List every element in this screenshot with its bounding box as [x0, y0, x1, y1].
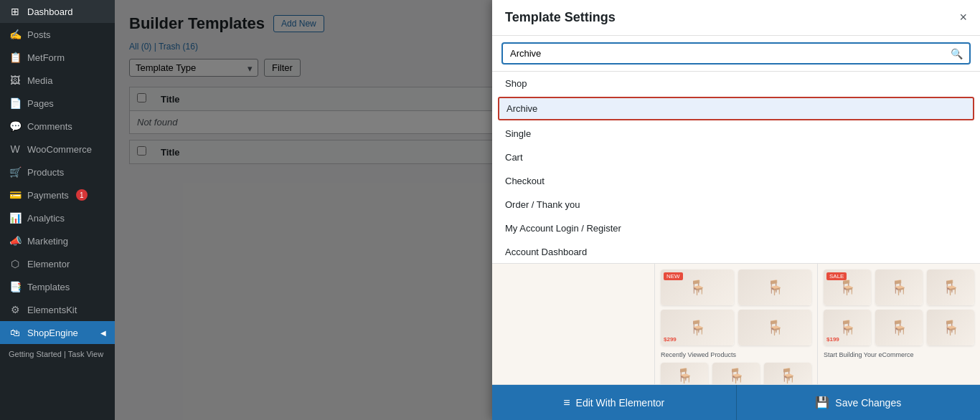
sidebar-item-label-posts: Posts — [27, 29, 51, 40]
chair-icon-2: 🪑 — [766, 279, 784, 296]
woocommerce-icon: W — [9, 143, 22, 155]
sidebar-item-label-pages: Pages — [27, 98, 54, 109]
edit-with-elementor-button[interactable]: ≡ Edit With Elementor — [492, 385, 737, 420]
sidebar-item-label-shopengine: ShopEngine — [27, 328, 78, 338]
dropdown-list: ShopArchiveSingleCartCheckoutOrder / Tha… — [492, 72, 980, 263]
posts-icon: ✍ — [9, 29, 22, 40]
thumb-card-img-12: 🪑 — [875, 310, 923, 345]
sidebar-item-label-metform: MetForm — [27, 52, 65, 63]
edit-icon: ≡ — [563, 396, 570, 409]
dropdown-item-account-dashboard[interactable]: Account Dashboard — [492, 240, 980, 263]
sidebar-item-pages[interactable]: 📄Pages — [0, 92, 115, 115]
chair-icon-12: 🪑 — [890, 319, 908, 336]
thumb-badge-1: NEW — [664, 272, 683, 280]
sidebar: ⊞Dashboard✍Posts📋MetForm🖼Media📄Pages💬Com… — [0, 0, 115, 420]
thumb-row-3a: 🪑 SALE 🪑 🪑 — [824, 269, 974, 305]
sidebar-item-elementor[interactable]: ⬡Elementor — [0, 252, 115, 275]
sidebar-getting-started[interactable]: Getting Started | Task View — [0, 344, 115, 364]
sidebar-item-woocommerce[interactable]: WWooCommerce — [0, 138, 115, 161]
sidebar-item-marketing[interactable]: 📣Marketing — [0, 229, 115, 252]
template-settings-modal: Template Settings × 🔍 ShopArchiveSingleC… — [492, 0, 980, 420]
sidebar-item-label-media: Media — [27, 75, 52, 86]
save-changes-button[interactable]: 💾 Save Changes — [737, 385, 981, 420]
dashboard-icon: ⊞ — [9, 6, 22, 17]
dropdown-item-archive[interactable]: Archive — [498, 97, 974, 120]
thumb-card-7: 🪑 — [764, 363, 811, 384]
chair-icon-7: 🪑 — [779, 367, 797, 384]
sidebar-item-templates[interactable]: 📑Templates — [0, 275, 115, 298]
sidebar-item-media[interactable]: 🖼Media — [0, 69, 115, 92]
sidebar-item-analytics[interactable]: 📊Analytics — [0, 206, 115, 229]
elementor-icon: ⬡ — [9, 258, 22, 269]
sidebar-item-shopengine[interactable]: 🛍ShopEngine◀ — [0, 321, 115, 344]
chair-icon-11: 🪑 — [839, 319, 857, 336]
thumb-card-img-2: 🪑 — [738, 269, 811, 305]
chair-icon-9: 🪑 — [890, 279, 908, 296]
thumb-card-13: 🪑 — [927, 310, 974, 345]
thumb-card-6: 🪑 — [712, 363, 760, 384]
modal-footer: ≡ Edit With Elementor 💾 Save Changes — [492, 384, 980, 420]
marketing-icon: 📣 — [9, 235, 22, 247]
sidebar-item-label-elementor: Elementor — [27, 259, 70, 269]
thumb-card-img-6: 🪑 — [712, 363, 760, 384]
media-icon: 🖼 — [9, 75, 22, 86]
chair-icon-6: 🪑 — [727, 367, 745, 384]
sidebar-item-elementskit[interactable]: ⚙ElementsKit — [0, 298, 115, 321]
thumb-card-1: 🪑 NEW — [661, 269, 734, 305]
dropdown-item-shop[interactable]: Shop — [492, 72, 980, 95]
products-icon: 🛒 — [9, 166, 22, 178]
sidebar-item-label-dashboard: Dashboard — [27, 6, 73, 17]
dropdown-item-cart[interactable]: Cart — [492, 145, 980, 169]
thumb-card-5: 🪑 — [661, 363, 708, 384]
save-icon: 💾 — [815, 396, 829, 409]
template-search-input[interactable] — [502, 43, 970, 64]
dropdown-search-wrap: 🔍 — [492, 36, 980, 72]
chair-icon-8: 🪑 — [839, 279, 857, 296]
thumb-price-1: $299 — [664, 336, 677, 343]
sidebar-item-label-payments: Payments — [27, 190, 69, 201]
metform-icon: 📋 — [9, 52, 22, 63]
sidebar-item-label-comments: Comments — [27, 121, 72, 132]
thumb-row-4: 🪑 $199 🪑 🪑 — [824, 310, 974, 345]
modal-close-button[interactable]: × — [959, 10, 967, 25]
sidebar-item-payments[interactable]: 💳Payments1 — [0, 183, 115, 206]
sidebar-item-comments[interactable]: 💬Comments — [0, 115, 115, 138]
thumb-row-1: 🪑 NEW 🪑 — [661, 269, 811, 305]
sidebar-item-metform[interactable]: 📋MetForm — [0, 46, 115, 69]
payments-icon: 💳 — [9, 189, 22, 201]
thumb-card-11: 🪑 $199 — [824, 310, 871, 345]
modal-body: 🔍 ShopArchiveSingleCartCheckoutOrder / T… — [492, 36, 980, 384]
dropdown-item-checkout[interactable]: Checkout — [492, 169, 980, 193]
thumb-card-img-10: 🪑 — [927, 269, 974, 305]
start-building-label: Start Building Your eCommerce — [824, 351, 974, 358]
thumb-row-3: 🪑 🪑 🪑 — [661, 363, 811, 384]
elementskit-icon: ⚙ — [9, 304, 22, 315]
sidebar-item-label-elementskit: ElementsKit — [27, 305, 77, 315]
thumb-card-img-5: 🪑 — [661, 363, 708, 384]
thumb-card-8: 🪑 SALE — [824, 269, 871, 305]
thumb-card-12: 🪑 — [875, 310, 923, 345]
thumb-card-2: 🪑 — [738, 269, 811, 305]
badge-payments: 1 — [76, 189, 88, 201]
sidebar-item-posts[interactable]: ✍Posts — [0, 23, 115, 46]
sidebar-item-products[interactable]: 🛒Products — [0, 161, 115, 183]
chair-icon-13: 🪑 — [942, 319, 960, 336]
templates-icon: 📑 — [9, 281, 22, 292]
thumb-card-9: 🪑 — [875, 269, 923, 305]
search-icon: 🔍 — [951, 48, 963, 59]
dropdown-item-order-thank-you[interactable]: Order / Thank you — [492, 193, 980, 216]
modal-title: Template Settings — [505, 10, 616, 25]
sidebar-item-dashboard[interactable]: ⊞Dashboard — [0, 0, 115, 23]
chair-icon-5: 🪑 — [676, 367, 694, 384]
thumb-price-2: $199 — [826, 336, 839, 343]
dropdown-item-single[interactable]: Single — [492, 122, 980, 145]
search-input-wrap: 🔍 — [502, 43, 970, 64]
dropdown-item-my-account[interactable]: My Account Login / Register — [492, 216, 980, 240]
analytics-icon: 📊 — [9, 212, 22, 224]
thumbnail-1 — [492, 264, 655, 384]
thumb-card-3: 🪑 $299 — [661, 310, 734, 345]
sidebar-item-label-products: Products — [27, 167, 64, 178]
chair-icon-10: 🪑 — [942, 279, 960, 296]
edit-button-label: Edit With Elementor — [576, 397, 665, 409]
thumbnails-strip: 🪑 NEW 🪑 🪑 $299 — [492, 263, 980, 384]
